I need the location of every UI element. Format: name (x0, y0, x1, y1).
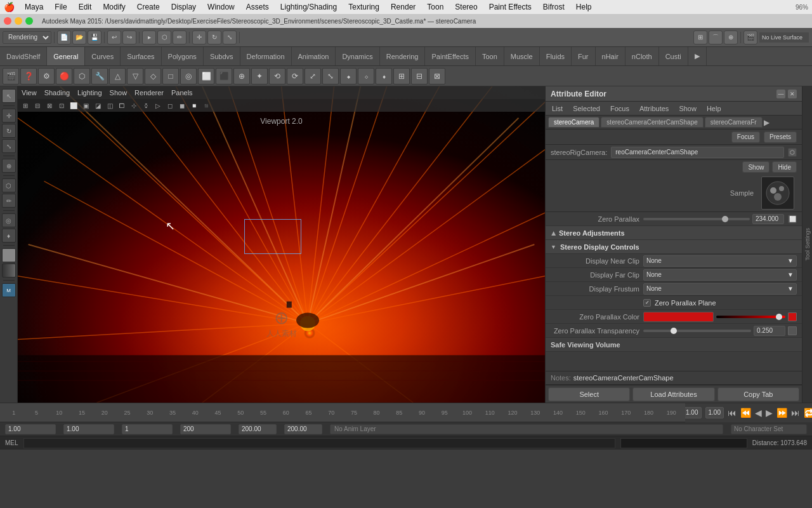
ae-select-button[interactable]: Select (548, 387, 630, 401)
menu-paint-effects[interactable]: Paint Effects (484, 1, 537, 13)
shelf-tab-deformation[interactable]: Deformation (240, 47, 292, 65)
ae-zero-parallax-plane-check[interactable]: ✓ (643, 299, 651, 307)
vp-icon-13[interactable]: ◻ (165, 100, 175, 110)
shelf-tab-davidshelf[interactable]: DavidShelf (0, 47, 47, 65)
vp-icon-1[interactable]: ⊞ (20, 100, 30, 110)
ae-transparency-input[interactable]: 0.250 (754, 326, 785, 336)
play-forward-btn[interactable]: ▶ (766, 408, 773, 418)
viewport[interactable]: View Shading Lighting Show Renderer Pane… (18, 86, 545, 403)
ae-nav-selected[interactable]: Selected (570, 104, 603, 114)
paint-btn[interactable]: ✏ (173, 30, 187, 44)
ae-zero-parallax-color-box[interactable] (788, 312, 797, 321)
ae-transparency-color-box[interactable] (788, 326, 797, 335)
play-back-btn[interactable]: ◀ (755, 408, 762, 418)
shelf-icon-22[interactable]: ⬧ (376, 68, 392, 84)
snap-curve-btn[interactable]: ⌒ (709, 30, 723, 44)
vp-icon-9[interactable]: ⧠ (117, 100, 127, 110)
shelf-icon-11[interactable]: ◎ (180, 68, 197, 84)
shelf-icon-4[interactable]: 🔴 (56, 68, 72, 84)
shelf-tab-muscle[interactable]: Muscle (504, 47, 540, 65)
select-btn[interactable]: ▸ (142, 30, 156, 44)
menu-maya[interactable]: Maya (20, 1, 48, 13)
save-scene-btn[interactable]: 💾 (88, 30, 102, 44)
vp-icon-7[interactable]: ◪ (93, 100, 103, 110)
menu-edit[interactable]: Edit (74, 1, 97, 13)
sculpt-btn[interactable]: ♦ (2, 229, 16, 243)
shelf-icon-19[interactable]: ⤡ (322, 68, 339, 84)
shelf-icon-12[interactable]: ⬜ (198, 68, 214, 84)
shelf-tab-general[interactable]: General (47, 47, 85, 65)
shelf-tab-fluids[interactable]: Fluids (540, 47, 572, 65)
shelf-icon-8[interactable]: ▽ (127, 68, 143, 84)
shelf-icon-23[interactable]: ⊞ (393, 68, 410, 84)
maximize-button[interactable] (25, 17, 33, 25)
ae-nav-list[interactable]: List (549, 104, 565, 114)
shelf-icon-17[interactable]: ⟳ (287, 68, 303, 84)
new-scene-btn[interactable]: 📄 (57, 30, 71, 44)
go-to-end-btn[interactable]: ⏭ (791, 408, 800, 418)
go-to-start-btn[interactable]: ⏮ (728, 408, 737, 418)
move-btn[interactable]: ✛ (192, 30, 206, 44)
shelf-icon-1[interactable]: 🎬 (3, 68, 19, 84)
menu-lighting-shading[interactable]: Lighting/Shading (275, 1, 342, 13)
ae-show-button[interactable]: Show (742, 161, 769, 173)
vp-menu-renderer[interactable]: Renderer (134, 89, 164, 97)
menu-bifrost[interactable]: Bifrost (538, 1, 570, 13)
rotate-btn[interactable]: ↻ (207, 30, 221, 44)
scale-btn[interactable]: ⤡ (223, 30, 237, 44)
menu-help[interactable]: Help (571, 1, 597, 13)
current-time-field[interactable]: 200.00 (239, 424, 277, 434)
redo-btn[interactable]: ↪ (122, 30, 136, 44)
menu-create[interactable]: Create (132, 1, 165, 13)
ae-hide-button[interactable]: Hide (772, 161, 797, 173)
shelf-tab-rendering[interactable]: Rendering (380, 47, 426, 65)
vp-icon-3[interactable]: ⊠ (44, 100, 55, 110)
shelf-icon-16[interactable]: ⟲ (269, 68, 285, 84)
scale-tool-btn[interactable]: ⤡ (2, 139, 16, 153)
minimize-button[interactable] (15, 17, 22, 25)
status-field-1[interactable]: 1.00 (5, 424, 56, 434)
workspace-dropdown[interactable]: Rendering (3, 31, 51, 44)
ae-stereo-display-header[interactable]: ▼ Stereo Display Controls (546, 240, 802, 254)
time-value-field[interactable]: 200.00 (284, 424, 322, 434)
ae-focus-button[interactable]: Focus (731, 131, 760, 143)
vp-menu-lighting[interactable]: Lighting (77, 89, 102, 97)
ae-frustum-dropdown[interactable]: None ▼ (643, 283, 797, 295)
lasso-btn[interactable]: ⬡ (157, 30, 171, 44)
ae-presets-button[interactable]: Presets (764, 131, 797, 143)
ae-sample-thumbnail[interactable] (761, 177, 794, 210)
vp-icon-10[interactable]: ⊹ (129, 100, 139, 110)
menu-assets[interactable]: Assets (241, 1, 274, 13)
end-frame-field[interactable]: 200 (180, 424, 231, 434)
vp-menu-panels[interactable]: Panels (171, 89, 193, 97)
status-field-2[interactable]: 1.00 (63, 424, 114, 434)
show-manip-btn[interactable]: ⊕ (2, 159, 16, 173)
shelf-icon-15[interactable]: ✦ (251, 68, 268, 84)
move-tool-btn[interactable]: ✛ (2, 109, 16, 123)
shelf-icon-2[interactable]: ❓ (20, 68, 37, 84)
shelf-tab-dynamics[interactable]: Dynamics (336, 47, 379, 65)
menu-window[interactable]: Window (202, 1, 240, 13)
loop-btn[interactable]: 🔁 (804, 408, 812, 418)
timeline[interactable]: 1 5 10 15 20 25 30 35 40 45 50 55 60 65 … (0, 403, 685, 422)
vp-icon-11[interactable]: ⧲ (141, 100, 151, 110)
step-forward-btn[interactable]: ⏩ (776, 408, 787, 418)
live-surface-dropdown[interactable]: No Live Surface (759, 32, 809, 43)
vp-icon-5[interactable]: ⬜ (69, 100, 79, 110)
ae-near-clip-dropdown[interactable]: None ▼ (643, 255, 797, 267)
shelf-icon-10[interactable]: □ (162, 68, 179, 84)
ae-nav-show[interactable]: Show (676, 104, 699, 114)
shelf-tab-painteffects[interactable]: PaintEffects (425, 47, 476, 65)
ae-zero-parallax-color-swatch[interactable] (643, 312, 714, 322)
shelf-icon-21[interactable]: ⬦ (358, 68, 374, 84)
shelf-tab-surfaces[interactable]: Surfaces (121, 47, 161, 65)
ae-tab-stereo-camera[interactable]: stereoCamera (548, 117, 599, 128)
rotate-tool-btn[interactable]: ↻ (2, 124, 16, 138)
playback-start-field[interactable]: 1.00 (683, 407, 701, 418)
playback-end-field[interactable]: 1.00 (705, 407, 724, 418)
shelf-icon-24[interactable]: ⊟ (411, 68, 428, 84)
ae-tab-camera-fr[interactable]: stereoCameraFr (705, 117, 763, 128)
lasso-tool-btn[interactable]: ⬡ (2, 178, 16, 192)
vp-icon-12[interactable]: ▷ (153, 100, 163, 110)
ae-tab-center-cam-shape[interactable]: stereoCameraCenterCamShape (601, 117, 703, 128)
